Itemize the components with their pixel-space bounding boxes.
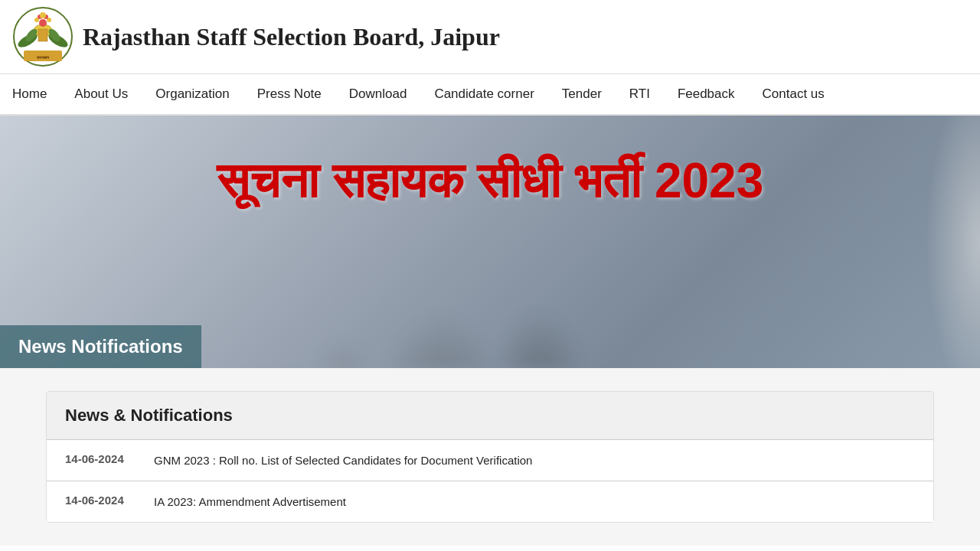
svg-text:राजस्थान: राजस्थान — [36, 55, 50, 60]
hero-hindi-heading: सूचना सहायक सीधी भर्ती 2023 — [49, 154, 931, 207]
notification-text: IA 2023: Ammendment Advertisement — [154, 494, 346, 510]
main-content: News & Notifications 14-06-2024GNM 2023 … — [0, 368, 980, 546]
nav-link-rti[interactable]: RTI — [616, 74, 664, 114]
news-banner-label: News Notifications — [18, 336, 183, 357]
main-navigation: HomeAbout UsOrganizationPress NoteDownlo… — [0, 74, 980, 116]
site-header: राजस्थान Rajasthan Staff Selection Board… — [0, 0, 980, 74]
nav-link-feedback[interactable]: Feedback — [664, 74, 749, 114]
notification-item[interactable]: 14-06-2024IA 2023: Ammendment Advertisem… — [47, 481, 933, 522]
svg-rect-2 — [38, 29, 47, 41]
notification-list: 14-06-2024GNM 2023 : Roll no. List of Se… — [47, 440, 933, 522]
nav-link-download[interactable]: Download — [335, 74, 421, 114]
site-title: Rajasthan Staff Selection Board, Jaipur — [83, 23, 500, 51]
svg-point-7 — [39, 19, 47, 27]
hero-text-container: सूचना सहायक सीधी भर्ती 2023 — [49, 154, 931, 207]
nav-link-organization[interactable]: Organization — [142, 74, 243, 114]
notifications-box: News & Notifications 14-06-2024GNM 2023 … — [46, 391, 934, 523]
nav-link-contact-us[interactable]: Contact us — [749, 74, 838, 114]
news-banner-overlay: News Notifications — [0, 325, 201, 368]
nav-link-home[interactable]: Home — [6, 74, 60, 114]
svg-point-12 — [40, 12, 46, 18]
nav-list: HomeAbout UsOrganizationPress NoteDownlo… — [6, 74, 974, 114]
notification-text: GNM 2023 : Roll no. List of Selected Can… — [154, 452, 532, 468]
notification-date: 14-06-2024 — [65, 494, 142, 507]
nav-link-press-note[interactable]: Press Note — [243, 74, 335, 114]
notification-item[interactable]: 14-06-2024GNM 2023 : Roll no. List of Se… — [47, 440, 933, 481]
notifications-title: News & Notifications — [65, 406, 915, 425]
nav-link-candidate-corner[interactable]: Candidate corner — [420, 74, 547, 114]
notifications-header: News & Notifications — [47, 392, 933, 440]
notification-date: 14-06-2024 — [65, 452, 142, 465]
nav-link-tender[interactable]: Tender — [548, 74, 616, 114]
hero-banner: सूचना सहायक सीधी भर्ती 2023 News Notific… — [0, 116, 980, 368]
logo-container: राजस्थान Rajasthan Staff Selection Board… — [12, 6, 500, 67]
site-logo: राजस्थान — [12, 6, 74, 67]
nav-link-about-us[interactable]: About Us — [60, 74, 142, 114]
